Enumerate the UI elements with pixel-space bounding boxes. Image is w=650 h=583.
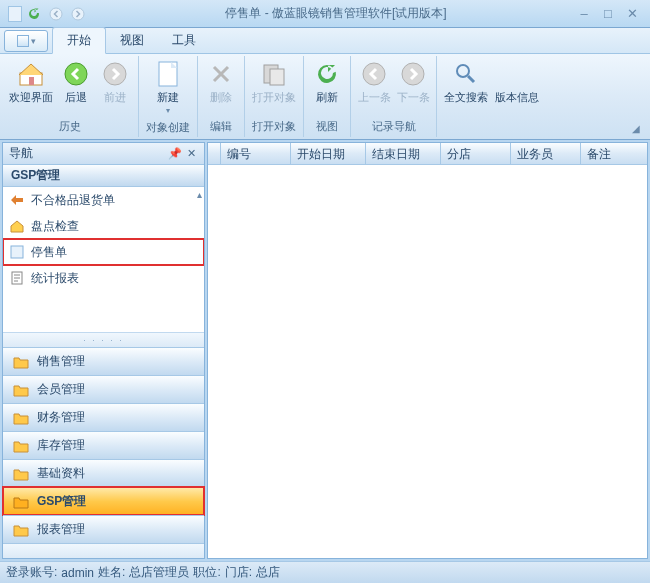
status-name-label: 姓名: <box>98 564 125 581</box>
home-icon <box>16 59 46 89</box>
close-button[interactable]: ✕ <box>624 6 640 22</box>
window-title: 停售单 - 傲蓝眼镜销售管理软件[试用版本] <box>96 5 576 22</box>
svg-rect-12 <box>11 246 23 258</box>
data-grid: 编号 开始日期 结束日期 分店 业务员 备注 <box>207 142 648 559</box>
new-button[interactable]: 新建▾ <box>143 57 193 118</box>
svg-point-11 <box>457 65 469 77</box>
svg-point-10 <box>402 63 424 85</box>
ribbon-expand-icon[interactable]: ◢ <box>632 123 644 135</box>
nav-header: 导航 📌 ✕ <box>3 143 204 165</box>
status-account-label: 登录账号: <box>6 564 57 581</box>
nav-cat-sales[interactable]: 销售管理 <box>3 347 204 375</box>
grid-col-staff[interactable]: 业务员 <box>511 143 581 164</box>
nav-item-stopsale[interactable]: 停售单 <box>3 239 204 265</box>
grid-col-branch[interactable]: 分店 <box>441 143 511 164</box>
qat-next-button[interactable] <box>68 4 88 24</box>
back-icon <box>61 59 91 89</box>
ribbon-group-nav: 上一条 下一条 记录导航 <box>351 56 437 137</box>
nav-cat-gsp[interactable]: GSP管理 <box>3 487 204 515</box>
version-info-button[interactable]: 版本信息 <box>492 57 542 136</box>
forward-icon <box>100 59 130 89</box>
tab-view[interactable]: 视图 <box>106 28 158 53</box>
status-store-value: 总店 <box>256 564 280 581</box>
ribbon-group-edit: 删除 编辑 <box>198 56 245 137</box>
nav-item-list: 不合格品退货单 盘点检查 停售单 统计报表 ▴ <box>3 187 204 332</box>
grid-col-enddate[interactable]: 结束日期 <box>366 143 441 164</box>
ribbon-group-misc: 全文搜索 版本信息 ◢ <box>437 56 648 137</box>
next-icon <box>398 59 428 89</box>
nav-splitter[interactable]: · · · · · <box>3 332 204 347</box>
status-role-label: 职位: <box>193 564 220 581</box>
nav-item-report[interactable]: 统计报表 <box>3 265 204 291</box>
svg-rect-3 <box>29 77 34 85</box>
delete-button[interactable]: 删除 <box>202 57 240 117</box>
qat-prev-button[interactable] <box>46 4 66 24</box>
fulltext-search-button[interactable]: 全文搜索 <box>441 57 491 136</box>
grid-header: 编号 开始日期 结束日期 分店 业务员 备注 <box>208 143 647 165</box>
svg-point-5 <box>104 63 126 85</box>
grid-col-startdate[interactable]: 开始日期 <box>291 143 366 164</box>
search-icon <box>451 59 481 89</box>
ribbon-group-create: 新建▾ 对象创建 <box>139 56 198 137</box>
next-record-button[interactable]: 下一条 <box>394 57 432 117</box>
nav-cat-member[interactable]: 会员管理 <box>3 375 204 403</box>
status-name-value: 总店管理员 <box>129 564 189 581</box>
nav-cat-basic[interactable]: 基础资料 <box>3 459 204 487</box>
report-icon <box>9 270 25 286</box>
prev-record-button[interactable]: 上一条 <box>355 57 393 117</box>
nav-panel: 导航 📌 ✕ GSP管理 不合格品退货单 盘点检查 停售单 统计报表 ▴ · ·… <box>2 142 205 559</box>
doc-icon <box>9 244 25 260</box>
nav-section-header[interactable]: GSP管理 <box>3 165 204 187</box>
qat-dropdown[interactable] <box>8 6 22 22</box>
app-orb-button[interactable]: ▾ <box>4 30 48 52</box>
workspace: 导航 📌 ✕ GSP管理 不合格品退货单 盘点检查 停售单 统计报表 ▴ · ·… <box>0 140 650 561</box>
minimize-button[interactable]: – <box>576 6 592 22</box>
svg-point-1 <box>72 8 84 20</box>
nav-pin-button[interactable]: 📌 <box>168 147 182 161</box>
grid-col-id[interactable]: 编号 <box>221 143 291 164</box>
nav-bottom-splitter[interactable] <box>3 543 204 558</box>
quick-access-toolbar <box>0 4 96 24</box>
refresh-button[interactable]: 刷新 <box>308 57 346 117</box>
open-object-button[interactable]: 打开对象 <box>249 57 299 117</box>
nav-cat-stock[interactable]: 库存管理 <box>3 431 204 459</box>
ribbon-group-view: 刷新 视图 <box>304 56 351 137</box>
refresh-icon <box>312 59 342 89</box>
status-account-value: admin <box>61 566 94 580</box>
svg-rect-8 <box>270 69 284 85</box>
window-controls: – □ ✕ <box>576 6 650 22</box>
maximize-button[interactable]: □ <box>600 6 616 22</box>
grid-col-remark[interactable]: 备注 <box>581 143 647 164</box>
ribbon: 欢迎界面 后退 前进 历史 新建▾ 对象创建 删除 编辑 打开对象 打开对象 刷… <box>0 54 650 140</box>
nav-cat-finance[interactable]: 财务管理 <box>3 403 204 431</box>
ribbon-group-history: 欢迎界面 后退 前进 历史 <box>2 56 139 137</box>
info-icon <box>502 59 532 89</box>
nav-cat-reports[interactable]: 报表管理 <box>3 515 204 543</box>
grid-selector-col[interactable] <box>208 143 221 164</box>
nav-item-inventory[interactable]: 盘点检查 <box>3 213 204 239</box>
status-store-label: 门店: <box>225 564 252 581</box>
welcome-button[interactable]: 欢迎界面 <box>6 57 56 117</box>
tab-tools[interactable]: 工具 <box>158 28 210 53</box>
tab-start[interactable]: 开始 <box>52 27 106 54</box>
open-obj-icon <box>259 59 289 89</box>
ribbon-group-open: 打开对象 打开对象 <box>245 56 304 137</box>
tab-strip: ▾ 开始 视图 工具 <box>0 28 650 54</box>
forward-button[interactable]: 前进 <box>96 57 134 117</box>
prev-icon <box>359 59 389 89</box>
new-doc-icon <box>153 59 183 89</box>
svg-point-4 <box>65 63 87 85</box>
house-icon <box>9 218 25 234</box>
nav-item-return[interactable]: 不合格品退货单 <box>3 187 204 213</box>
scroll-up-icon[interactable]: ▴ <box>197 189 202 200</box>
title-bar: 停售单 - 傲蓝眼镜销售管理软件[试用版本] – □ ✕ <box>0 0 650 28</box>
status-bar: 登录账号: admin 姓名: 总店管理员 职位: 门店: 总店 <box>0 561 650 583</box>
delete-icon <box>206 59 236 89</box>
qat-refresh-button[interactable] <box>24 4 44 24</box>
svg-point-0 <box>50 8 62 20</box>
svg-point-9 <box>363 63 385 85</box>
return-icon <box>9 192 25 208</box>
back-button[interactable]: 后退 <box>57 57 95 117</box>
nav-close-button[interactable]: ✕ <box>184 147 198 161</box>
